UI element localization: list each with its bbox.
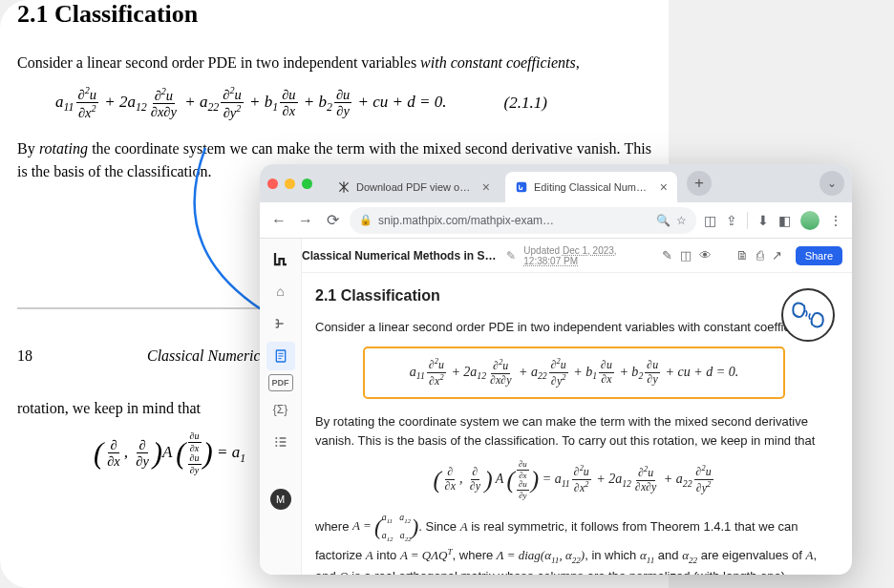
window-controls [267, 178, 312, 189]
present-icon[interactable]: ⎙ [756, 248, 764, 262]
download-icon[interactable]: ⬇ [757, 213, 769, 228]
bg-heading: 2.1 Classification [17, 0, 651, 29]
bg-para1-em: with constant coefficients, [420, 54, 580, 71]
tab-bar: Download PDF view of the fil × Editing C… [260, 164, 852, 202]
split-view-icon[interactable]: ◫ [680, 248, 692, 262]
bg-eq2-body: (∂∂x, ∂∂y)A (∂u∂x∂u∂y) = a1 [94, 431, 245, 475]
page-number: 18 [17, 347, 32, 365]
extension-icon[interactable]: ◫ [704, 213, 716, 228]
close-tab-icon[interactable]: × [660, 179, 668, 195]
bg-para2-a: By [17, 140, 39, 157]
bg-para2-em: rotating [39, 140, 88, 157]
url-input[interactable]: 🔒 snip.mathpix.com/mathpix-exam… 🔍 ☆ [350, 207, 696, 234]
mathpix-favicon [515, 180, 528, 194]
equation-2: (∂∂x, ∂∂y) A (∂u∂x∂u∂y) = a11∂2u∂x2 + 2a… [315, 460, 833, 500]
bg-para1-text: Consider a linear second order PDE in tw… [17, 54, 420, 71]
p3g: and [654, 548, 682, 562]
send-tab-icon[interactable]: ⇪ [726, 213, 737, 228]
p3d: into [373, 548, 400, 562]
maximize-window-button[interactable] [302, 178, 312, 189]
preview-icon[interactable]: 👁 [699, 248, 712, 262]
p3a: where [315, 518, 352, 533]
updated-text: Updated Dec 1, 2023, 12:38:07 PM [523, 245, 646, 266]
address-bar: ← → ⟳ 🔒 snip.mathpix.com/mathpix-exam… 🔍… [260, 202, 852, 239]
content-para1: Consider a linear second order PDE in tw… [315, 318, 833, 337]
bg-para1: Consider a linear second order PDE in tw… [17, 52, 651, 74]
url-text: snip.mathpix.com/mathpix-exam… [378, 214, 650, 227]
forward-button[interactable]: → [296, 212, 315, 229]
profile-avatar[interactable] [800, 211, 820, 230]
menu-icon[interactable]: ⋮ [829, 213, 842, 228]
new-tab-button[interactable]: + [687, 171, 712, 196]
highlighted-equation[interactable]: a11∂2u∂x2 + 2a12∂2u∂x∂y + a22∂2u∂y2 + b1… [363, 346, 785, 399]
content-para3: where A = (a11 a12a12 a22). Since A is r… [315, 510, 833, 575]
minimize-window-button[interactable] [285, 178, 295, 189]
p3e: , where [453, 548, 497, 562]
p3b: . Since [418, 518, 459, 533]
voice-bubble-icon[interactable] [781, 288, 835, 342]
updated-label: Updated [523, 245, 560, 256]
reload-button[interactable]: ⟳ [323, 211, 342, 229]
rename-icon[interactable]: ✎ [506, 249, 516, 262]
p3f: , in which [585, 548, 640, 562]
bookmark-icon[interactable]: ☆ [676, 214, 687, 227]
tab-editing-classical[interactable]: Editing Classical Numerical M × [505, 172, 677, 202]
browser-window: Download PDF view of the fil × Editing C… [260, 164, 852, 575]
p3h: are eigenvalues of [697, 548, 805, 562]
back-button[interactable]: ← [269, 212, 288, 229]
doc-title: Classical Numerical Methods in Scientifi… [302, 249, 499, 262]
bg-eq-body: a11∂2u∂x2 + 2a12∂2u∂x∂y + a22∂2u∂y2 + b1… [55, 86, 447, 120]
app-header: Classical Numerical Methods in Scientifi… [260, 239, 852, 273]
close-tab-icon[interactable]: × [482, 179, 490, 195]
content-heading: 2.1 Classification [315, 284, 833, 308]
para1-text: Consider a linear second order PDE in tw… [315, 320, 820, 334]
toolbar-icons: ◫ ⇪ ⬇ ◧ ⋮ [704, 211, 842, 230]
tabs-overflow-button[interactable]: ⌄ [820, 171, 844, 196]
editor-content[interactable]: 2.1 Classification Consider a linear sec… [260, 273, 852, 575]
lock-icon: 🔒 [359, 214, 372, 226]
p3j: is a real orthogonal matrix whose column… [315, 569, 785, 575]
bg-equation: a11∂2u∂x2 + 2a12∂2u∂x∂y + a22∂2u∂y2 + b1… [55, 86, 651, 120]
export-icon[interactable]: ↗ [772, 248, 782, 262]
close-window-button[interactable] [267, 178, 278, 189]
header-actions: ✎ ◫ 👁 🗎 ⎙ ↗ Share [662, 246, 842, 265]
page-icon[interactable]: 🗎 [736, 248, 749, 262]
separator [747, 212, 748, 229]
edit-mode-icon[interactable]: ✎ [662, 248, 672, 262]
tab-title-0: Download PDF view of the fil [356, 181, 473, 193]
bg-eq-label: (2.1.1) [504, 94, 547, 113]
grok-favicon [337, 180, 351, 194]
logo-icon[interactable] [266, 244, 295, 273]
sidepanel-icon[interactable]: ◧ [778, 213, 791, 228]
search-icon[interactable]: 🔍 [656, 214, 670, 227]
tab-download-pdf[interactable]: Download PDF view of the fil × [328, 172, 500, 202]
share-button[interactable]: Share [796, 246, 842, 265]
tab-title-1: Editing Classical Numerical M [534, 181, 650, 193]
content-para2: By rotating the coordinate system we can… [315, 412, 833, 451]
